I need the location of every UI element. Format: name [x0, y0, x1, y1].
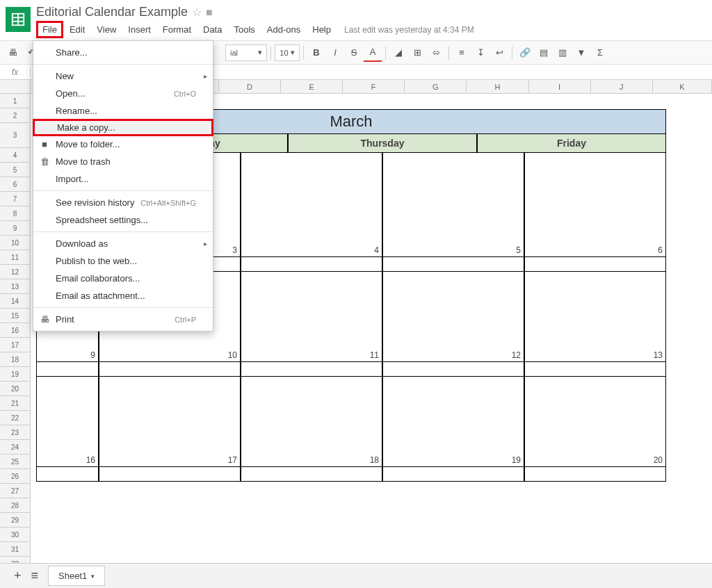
- row-header[interactable]: 24: [0, 440, 31, 455]
- row-header[interactable]: 1: [0, 94, 31, 108]
- calendar-cell[interactable]: [241, 362, 382, 377]
- col-d[interactable]: D: [219, 80, 281, 93]
- row-header[interactable]: 2: [0, 108, 31, 123]
- calendar-cell[interactable]: [36, 467, 99, 482]
- row-header[interactable]: 20: [0, 382, 31, 396]
- calendar-cell[interactable]: 4: [241, 153, 382, 257]
- comment-icon[interactable]: ▤: [535, 44, 553, 62]
- row-header[interactable]: 14: [0, 294, 31, 309]
- calendar-cell[interactable]: 20: [524, 377, 666, 467]
- menu-settings[interactable]: Spreadsheet settings...: [33, 211, 213, 229]
- menu-email-attach[interactable]: Email as attachment...: [33, 287, 213, 304]
- bold-icon[interactable]: B: [307, 44, 325, 62]
- functions-icon[interactable]: Σ: [591, 44, 609, 62]
- row-header[interactable]: 4: [0, 148, 31, 163]
- col-g[interactable]: G: [405, 80, 467, 93]
- menu-rename[interactable]: Rename...: [33, 102, 213, 120]
- calendar-cell[interactable]: 11: [241, 272, 382, 362]
- row-header[interactable]: 29: [0, 513, 31, 528]
- calendar-cell[interactable]: [524, 257, 666, 272]
- row-header[interactable]: 9: [0, 221, 31, 236]
- row-header[interactable]: 3: [0, 123, 31, 148]
- col-i[interactable]: I: [529, 80, 591, 93]
- merge-icon[interactable]: ⬄: [427, 44, 445, 62]
- menu-revision[interactable]: See revision historyCtrl+Alt+Shift+G: [33, 194, 213, 211]
- document-title[interactable]: Editorial Calendar Example: [36, 5, 188, 19]
- sheets-logo[interactable]: [6, 7, 31, 32]
- row-header[interactable]: 21: [0, 396, 31, 411]
- calendar-cell[interactable]: 13: [524, 272, 666, 362]
- row-header[interactable]: 26: [0, 469, 31, 484]
- menu-download[interactable]: Download as▸: [33, 235, 213, 252]
- link-icon[interactable]: 🔗: [516, 44, 534, 62]
- calendar-cell[interactable]: [36, 362, 99, 377]
- menu-help[interactable]: Help: [307, 22, 337, 38]
- col-e[interactable]: E: [281, 80, 343, 93]
- row-header[interactable]: 8: [0, 206, 31, 221]
- wrap-icon[interactable]: ↩: [490, 44, 508, 62]
- add-sheet-button[interactable]: +: [14, 569, 22, 583]
- italic-icon[interactable]: I: [326, 44, 344, 62]
- calendar-cell[interactable]: [99, 362, 241, 377]
- borders-icon[interactable]: ⊞: [408, 44, 426, 62]
- calendar-cell[interactable]: 19: [382, 377, 524, 467]
- menu-data[interactable]: Data: [197, 22, 227, 38]
- row-header[interactable]: 13: [0, 279, 31, 294]
- row-header[interactable]: 10: [0, 236, 31, 250]
- menu-addons[interactable]: Add-ons: [261, 22, 306, 38]
- font-select[interactable]: ial▾: [225, 44, 267, 61]
- font-size-select[interactable]: 10 ▾: [275, 44, 300, 61]
- menu-file[interactable]: File: [36, 21, 63, 38]
- row-header[interactable]: 17: [0, 338, 31, 352]
- menu-import[interactable]: Import...: [33, 170, 213, 188]
- row-header[interactable]: 12: [0, 265, 31, 279]
- row-header[interactable]: 31: [0, 542, 31, 557]
- menu-open[interactable]: Open...Ctrl+O: [33, 85, 213, 102]
- col-j[interactable]: J: [591, 80, 653, 93]
- calendar-cell[interactable]: [524, 467, 666, 482]
- row-header[interactable]: 5: [0, 163, 31, 177]
- menu-email-collab[interactable]: Email collaborators...: [33, 270, 213, 287]
- menu-new[interactable]: New▸: [33, 67, 213, 85]
- calendar-cell[interactable]: 6: [524, 153, 666, 257]
- calendar-cell[interactable]: 16: [36, 377, 99, 467]
- row-header[interactable]: 25: [0, 455, 31, 469]
- chart-icon[interactable]: ▥: [553, 44, 572, 62]
- menu-view[interactable]: View: [91, 22, 122, 38]
- row-header[interactable]: 18: [0, 352, 31, 367]
- filter-icon[interactable]: ▼: [572, 44, 590, 62]
- calendar-cell[interactable]: [382, 467, 524, 482]
- row-header[interactable]: 6: [0, 177, 31, 192]
- all-sheets-button[interactable]: ≡: [31, 569, 39, 583]
- col-k[interactable]: K: [653, 80, 712, 93]
- calendar-cell[interactable]: [524, 362, 666, 377]
- menu-share[interactable]: Share...: [33, 44, 213, 61]
- print-icon[interactable]: 🖶: [3, 44, 22, 62]
- row-header[interactable]: 27: [0, 484, 31, 498]
- calendar-cell[interactable]: 17: [99, 377, 241, 467]
- row-header[interactable]: 7: [0, 192, 31, 206]
- last-edit-text[interactable]: Last edit was yesterday at 4:34 PM: [344, 25, 474, 35]
- menu-edit[interactable]: Edit: [64, 22, 90, 38]
- row-header[interactable]: 11: [0, 250, 31, 265]
- menu-move-trash[interactable]: 🗑Move to trash: [33, 153, 213, 170]
- row-header[interactable]: 19: [0, 367, 31, 382]
- tab-sheet1[interactable]: Sheet1▾: [48, 566, 105, 586]
- menu-format[interactable]: Format: [157, 22, 197, 38]
- menu-move-folder[interactable]: ■Move to folder...: [33, 136, 213, 153]
- row-header[interactable]: 15: [0, 309, 31, 323]
- menu-print[interactable]: 🖶PrintCtrl+P: [33, 311, 213, 328]
- row-header[interactable]: 22: [0, 411, 31, 425]
- calendar-cell[interactable]: [241, 467, 382, 482]
- calendar-cell[interactable]: 12: [382, 272, 524, 362]
- col-f[interactable]: F: [343, 80, 405, 93]
- align-v-icon[interactable]: ↧: [471, 44, 490, 62]
- calendar-cell[interactable]: [382, 257, 524, 272]
- menu-publish[interactable]: Publish to the web...: [33, 252, 213, 270]
- menu-make-copy[interactable]: Make a copy...: [33, 119, 213, 136]
- calendar-cell[interactable]: 18: [241, 377, 382, 467]
- fill-color-icon[interactable]: ◢: [389, 44, 407, 62]
- row-header[interactable]: 16: [0, 323, 31, 338]
- menu-tools[interactable]: Tools: [228, 22, 260, 38]
- calendar-cell[interactable]: [99, 467, 241, 482]
